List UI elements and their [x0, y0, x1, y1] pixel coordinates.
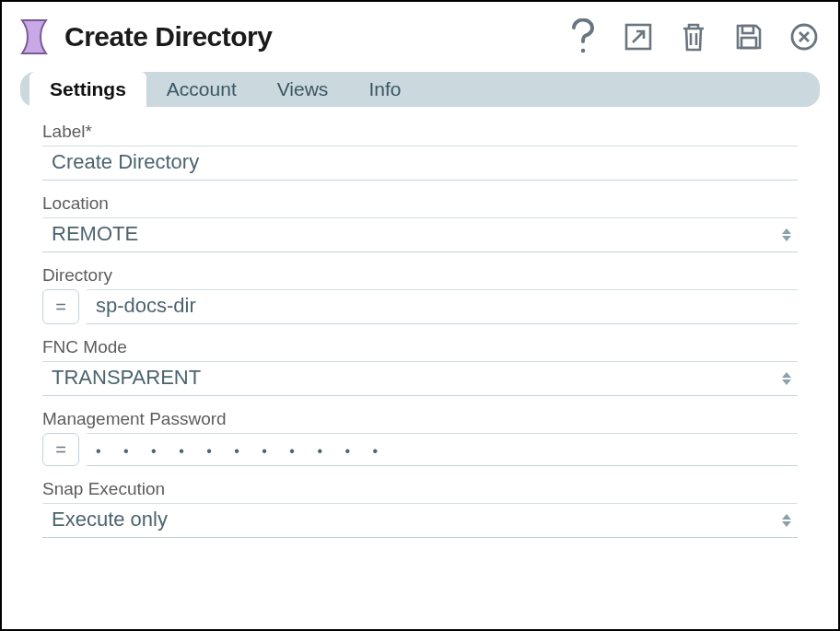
header-actions [567, 21, 820, 53]
field-label-group: Label* [42, 122, 798, 181]
save-icon[interactable] [733, 21, 764, 53]
location-select[interactable] [42, 217, 798, 252]
directory-input[interactable] [87, 289, 798, 324]
field-password-caption: Management Password [42, 409, 798, 429]
password-input[interactable]: • • • • • • • • • • • [87, 433, 798, 466]
tab-bar: Settings Account Views Info [20, 72, 820, 107]
tab-info[interactable]: Info [348, 72, 421, 107]
field-directory-group: Directory = [42, 265, 798, 324]
dialog-window: Create Directory [0, 0, 840, 631]
field-fncmode-group: FNC Mode [42, 337, 798, 396]
field-location-group: Location [42, 193, 798, 252]
field-fncmode-caption: FNC Mode [42, 337, 798, 357]
svg-rect-3 [741, 38, 756, 48]
svg-point-0 [581, 49, 586, 53]
export-icon[interactable] [623, 21, 654, 53]
help-icon[interactable] [567, 21, 599, 53]
tab-account[interactable]: Account [146, 72, 257, 107]
expression-toggle-button[interactable]: = [42, 433, 79, 466]
expression-toggle-button[interactable]: = [42, 289, 79, 324]
delete-icon[interactable] [678, 21, 709, 53]
form-area: Label* Location Directory = FNC M [20, 122, 820, 538]
field-directory-caption: Directory [42, 265, 798, 286]
field-label-caption: Label* [42, 122, 798, 142]
close-icon[interactable] [788, 21, 820, 53]
field-password-group: Management Password = • • • • • • • • • … [42, 409, 798, 466]
field-snapexec-group: Snap Execution [42, 479, 798, 538]
label-input[interactable] [42, 146, 798, 181]
fncmode-select[interactable] [42, 361, 798, 396]
header-left: Create Directory [20, 18, 272, 55]
snap-shape-icon [20, 18, 52, 55]
snapexec-select[interactable] [42, 503, 798, 538]
tab-views[interactable]: Views [257, 72, 349, 107]
fncmode-select-wrap [42, 361, 798, 396]
tab-settings[interactable]: Settings [29, 72, 146, 107]
page-title: Create Directory [64, 21, 272, 53]
svg-rect-2 [742, 26, 753, 33]
field-snapexec-caption: Snap Execution [42, 479, 798, 499]
location-select-wrap [42, 217, 798, 252]
snapexec-select-wrap [42, 503, 798, 538]
header-row: Create Directory [20, 18, 820, 55]
field-location-caption: Location [42, 193, 798, 214]
